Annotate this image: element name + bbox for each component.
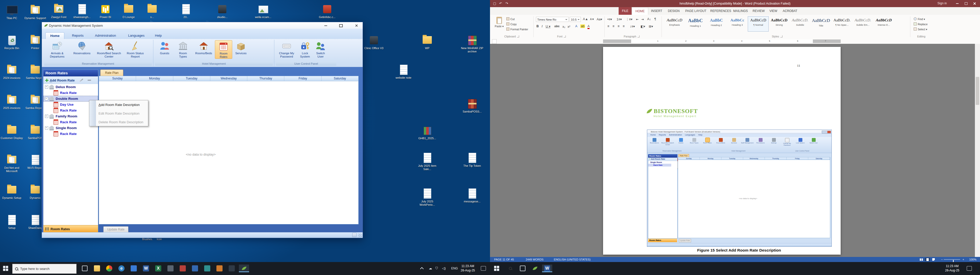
ribbon-item-arrivals-departures[interactable]: Arrivals & Departures bbox=[45, 40, 69, 58]
window-titlebar[interactable]: Dynamic Hotel Management System bbox=[42, 22, 363, 29]
sort-button[interactable]: A↓ bbox=[647, 17, 651, 21]
style-heading-3[interactable]: AaBbCcHeading 3 bbox=[727, 16, 748, 32]
collapse-icon[interactable] bbox=[45, 97, 48, 100]
grow-font-icon[interactable]: A▲ bbox=[583, 17, 588, 21]
shrink-font-icon[interactable]: A▼ bbox=[590, 18, 594, 21]
taskbar-search[interactable]: Type here to search bbox=[12, 264, 76, 274]
taskbar-app-hotel-active[interactable] bbox=[239, 265, 249, 272]
style-strong[interactable]: AaBbCcDStrong bbox=[769, 16, 790, 32]
italic-button[interactable]: I bbox=[542, 24, 542, 28]
increase-indent-button[interactable]: ⇥ bbox=[641, 17, 644, 21]
desktop-icon-top-6[interactable]: 20.. bbox=[174, 3, 197, 19]
word-titlebar[interactable]: ▢ ↶ ↷ hmsfbhelp [Read-Only] [Compatibili… bbox=[490, 0, 980, 7]
ribbon-item-reservations[interactable]: Reservations bbox=[69, 40, 95, 55]
shading-button[interactable]: ◧▾ bbox=[641, 24, 645, 28]
search-button-monitor2[interactable] bbox=[505, 265, 515, 272]
tab-file[interactable]: FILE bbox=[619, 7, 632, 15]
ribbon-item-lock-system[interactable]: Lock System bbox=[297, 40, 313, 58]
column-header-saturday[interactable]: Saturday bbox=[321, 76, 358, 81]
ribbon-item-room-types[interactable]: Room Types bbox=[173, 40, 192, 58]
tray-clock-monitor2[interactable]: 11:23 AM26-Aug-25 bbox=[943, 264, 961, 273]
remove-icon[interactable] bbox=[88, 80, 91, 81]
horizontal-ruler[interactable]: 12 34 56 7 bbox=[490, 39, 980, 44]
bullets-button[interactable]: •≡▾ bbox=[608, 17, 612, 21]
strikethrough-button[interactable]: abc bbox=[554, 24, 559, 28]
tab-page-layout[interactable]: PAGE LAYOUT bbox=[682, 7, 710, 15]
restore-button[interactable] bbox=[962, 0, 970, 7]
taskbar-app-mail[interactable] bbox=[129, 265, 139, 272]
column-header-friday[interactable]: Friday bbox=[284, 76, 321, 81]
font-name-combobox[interactable]: Times New Ro bbox=[536, 17, 569, 22]
print-layout-button[interactable] bbox=[925, 258, 930, 261]
action-center-icon-monitor2[interactable] bbox=[967, 266, 972, 271]
action-center-icon[interactable] bbox=[481, 266, 486, 271]
taskbar-app-red[interactable] bbox=[178, 265, 188, 272]
desktop-icon-sambaposs[interactable]: SambaPOSS... bbox=[460, 98, 484, 113]
ribbon-item-room-rates[interactable]: Room Rates bbox=[215, 40, 232, 59]
align-left-button[interactable]: ≡ bbox=[608, 24, 609, 28]
close-button[interactable] bbox=[352, 24, 361, 28]
resize-grip[interactable] bbox=[358, 234, 362, 237]
collapse-icon[interactable] bbox=[45, 126, 48, 130]
ribbon-item-guests[interactable]: Guests bbox=[156, 40, 173, 55]
taskbar-app-word[interactable]: W bbox=[141, 265, 151, 272]
desktop-icon-messagese[interactable]: messagese... bbox=[460, 188, 484, 203]
taskbar-app-blue[interactable] bbox=[190, 265, 200, 272]
style-heading-1[interactable]: AaBbCHeading 1 bbox=[685, 16, 706, 32]
desktop-icon-dotnet[interactable]: Dot Net and Microsoft bbox=[0, 154, 24, 173]
desktop-icon-july-workperiod[interactable]: July 2025 WorkPerio... bbox=[415, 188, 439, 206]
zoom-out-button[interactable]: − bbox=[941, 257, 943, 262]
tab-languages[interactable]: Languages bbox=[124, 32, 149, 39]
taskbar-app-edge[interactable]: e bbox=[116, 265, 127, 272]
column-header-tuesday[interactable]: Tuesday bbox=[173, 76, 210, 81]
numbering-button[interactable]: 1≡▾ bbox=[617, 17, 622, 21]
tray-cloud-icon[interactable]: ☁ bbox=[429, 266, 432, 270]
superscript-button[interactable]: x² bbox=[568, 25, 570, 28]
collapse-icon[interactable] bbox=[45, 115, 48, 118]
style-no-spacing[interactable]: AaBbCcD.¶ No Spac... bbox=[832, 16, 853, 32]
sign-in-link[interactable]: Sign in bbox=[937, 2, 947, 5]
page-indicator[interactable]: PAGE 11 OF 45 bbox=[494, 257, 514, 262]
taskbar-app-teal[interactable] bbox=[202, 265, 212, 272]
tab-review[interactable]: REVIEW bbox=[749, 7, 768, 15]
desktop-icon-wella-ecam[interactable]: wella ecam... bbox=[251, 3, 275, 19]
tray-language[interactable]: ENG bbox=[451, 267, 458, 270]
taskbar-app-chrome[interactable] bbox=[104, 265, 115, 272]
tree-item-rack-rate[interactable]: Rack Rate bbox=[43, 90, 98, 96]
language-indicator[interactable]: ENGLISH (UNITED STATES) bbox=[554, 257, 590, 262]
zoom-percent[interactable]: 100% bbox=[969, 257, 977, 262]
column-header-wednesday[interactable]: Wednesday bbox=[210, 76, 247, 81]
desktop-icon-2025-invoices[interactable]: 2025 invoices bbox=[0, 95, 24, 110]
taskbar-app-hotel-m2[interactable] bbox=[530, 265, 540, 272]
ribbon-item-change-password[interactable]: Change My Password bbox=[276, 40, 297, 58]
find-button[interactable]: Find ▾ bbox=[914, 17, 925, 21]
replace-button[interactable]: Replace bbox=[914, 22, 928, 26]
room-rates-bottom-button[interactable]: Room Rates bbox=[43, 225, 98, 232]
copy-button[interactable]: Copy bbox=[506, 22, 517, 26]
underline-button[interactable]: U ▾ bbox=[546, 24, 550, 28]
cut-button[interactable]: Cut bbox=[506, 17, 514, 21]
font-color-button[interactable]: A bbox=[587, 24, 590, 29]
edit-icon[interactable] bbox=[80, 78, 83, 82]
style-normal[interactable]: AaBbCcD¶ Normal bbox=[748, 16, 769, 32]
desktop-icon-setup[interactable]: Setup bbox=[0, 214, 24, 230]
ribbon-item-room-bed-search[interactable]: Room/Bed Search Center bbox=[95, 40, 123, 58]
tab-selector[interactable] bbox=[492, 39, 496, 44]
change-case-icon[interactable]: Aa▾ bbox=[597, 17, 602, 21]
subscript-button[interactable]: x₂ bbox=[563, 25, 565, 28]
align-right-button[interactable]: ≡ bbox=[617, 24, 619, 28]
align-center-button[interactable]: ≡ bbox=[612, 24, 614, 28]
select-button[interactable]: Select ▾ bbox=[914, 27, 927, 31]
column-header-thursday[interactable]: Thursday bbox=[247, 76, 284, 81]
text-effects-icon[interactable]: A bbox=[575, 24, 577, 28]
desktop-icon-customer-display[interactable]: Customer Display bbox=[0, 125, 24, 140]
tab-acrobat[interactable]: ACROBAT bbox=[780, 7, 800, 15]
tab-design[interactable]: DESIGN bbox=[665, 7, 683, 15]
desktop-icon-july-item-sale[interactable]: July 2025 Item Sale... bbox=[415, 152, 439, 171]
desktop-icon-d-lounge[interactable]: D Lounge bbox=[117, 3, 140, 19]
start-button-monitor2[interactable] bbox=[494, 266, 499, 271]
desktop-icon-clinic-office[interactable]: Clinic Office V3 bbox=[362, 35, 386, 50]
desktop-icon-dynamic-support[interactable]: Dynamic Support bbox=[24, 5, 47, 20]
desktop-icon-zawgyi-font[interactable]: Zawgyi Font bbox=[47, 3, 70, 19]
scrollbar-thumb[interactable] bbox=[976, 77, 979, 105]
